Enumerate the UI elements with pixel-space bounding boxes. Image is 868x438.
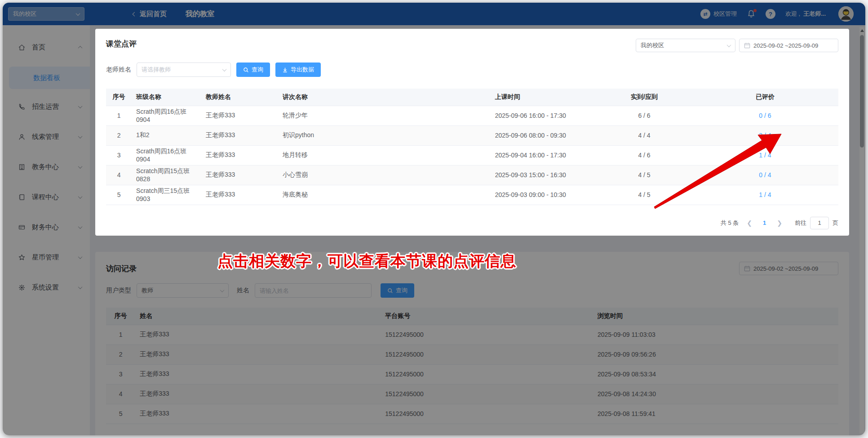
- review-date-range-value: 2025-09-02 ~2025-09-09: [753, 42, 818, 49]
- calendar-icon: [744, 42, 750, 49]
- table-cell: 4 / 5: [597, 165, 692, 185]
- table-cell: 1和2: [132, 125, 201, 145]
- table-cell: 5: [106, 185, 132, 205]
- review-table-body: 1Scrath周四16点班0904王老师333轮滑少年2025-09-06 16…: [106, 106, 838, 205]
- table-cell: 王老师333: [201, 106, 278, 125]
- review-table-row: 5Scratch周三15点班0903王老师333海底奥秘2025-09-03 0…: [106, 185, 838, 205]
- review-campus-select[interactable]: 我的校区: [636, 39, 735, 52]
- table-cell: 王老师333: [201, 165, 278, 185]
- column-header: 实到/应到: [597, 89, 692, 106]
- app-window: 我的校区 返回首页 我的教室 ⇄ 校区管理 ?: [3, 3, 865, 435]
- download-icon: [282, 67, 288, 73]
- table-cell: Scratch周三15点班0903: [132, 185, 201, 205]
- table-cell: 1 / 4: [692, 185, 838, 205]
- table-cell: 王老师333: [201, 185, 278, 205]
- evaluated-count-link[interactable]: 0 / 4: [759, 171, 771, 179]
- classroom-review-panel: 课堂点评 我的校区 2025-09-02 ~2025-09-09: [95, 29, 849, 236]
- evaluated-count-link[interactable]: 1 / 4: [759, 191, 771, 198]
- prev-page-button[interactable]: ❮: [745, 219, 754, 227]
- table-cell: Scrath周四16点班0904: [132, 106, 201, 125]
- table-cell: 2025-09-06 16:00 - 17:30: [491, 106, 597, 125]
- table-cell: 2: [106, 125, 132, 145]
- column-header: 讲次名称: [278, 89, 491, 106]
- export-data-button[interactable]: 导出数据: [275, 63, 321, 77]
- review-table-header-row: 序号班级名称教师姓名讲次名称上课时间实到/应到已评价: [106, 89, 838, 106]
- table-cell: 2025-09-03 15:00 - 16:30: [491, 165, 597, 185]
- evaluated-count-link[interactable]: 1 / 4: [759, 152, 771, 159]
- pagination: 共 5 条 ❮ 1 ❯ 前往 页: [106, 217, 838, 229]
- goto-label: 前往: [795, 219, 806, 227]
- review-table-row: 21和2王老师333初识python2025-09-06 08:00 - 09:…: [106, 125, 838, 145]
- column-header: 已评价: [692, 89, 838, 106]
- table-cell: 4: [106, 165, 132, 185]
- review-date-range-picker[interactable]: 2025-09-02 ~2025-09-09: [739, 39, 838, 52]
- table-cell: 0 / 6: [692, 106, 838, 125]
- goto-page-suffix: 页: [833, 219, 838, 227]
- table-cell: 初识python: [278, 125, 491, 145]
- teacher-filter-label: 老师姓名: [106, 66, 131, 74]
- review-table-row: 1Scrath周四16点班0904王老师333轮滑少年2025-09-06 16…: [106, 106, 838, 125]
- review-campus-select-value: 我的校区: [641, 41, 664, 49]
- table-cell: 3: [106, 145, 132, 165]
- table-cell: 4 / 5: [597, 185, 692, 205]
- chevron-down-icon: [222, 67, 227, 72]
- search-button[interactable]: 查询: [236, 63, 270, 77]
- table-cell: 1 / 4: [692, 145, 838, 165]
- column-header: 序号: [106, 89, 132, 106]
- review-table-row: 4Scratch周四15点班0828王老师333小心雪崩2025-09-03 1…: [106, 165, 838, 185]
- search-button-label: 查询: [252, 66, 263, 74]
- table-cell: 王老师333: [201, 125, 278, 145]
- next-page-button[interactable]: ❯: [775, 219, 784, 227]
- table-cell: 0 / 4: [692, 165, 838, 185]
- table-cell: 1: [106, 106, 132, 125]
- column-header: 班级名称: [132, 89, 201, 106]
- review-table-row: 3Scrath周四16点班0904王老师333地月转移2025-09-04 16…: [106, 145, 838, 165]
- table-cell: 2025-09-06 08:00 - 09:30: [491, 125, 597, 145]
- annotation-text: 点击相关数字，可以查看本节课的点评信息: [217, 251, 516, 272]
- teacher-select-placeholder: 请选择教师: [142, 66, 171, 74]
- export-button-label: 导出数据: [291, 66, 314, 74]
- table-cell: 2025-09-03 09:00 - 10:30: [491, 185, 597, 205]
- evaluated-count-link[interactable]: 3 / 4: [759, 132, 771, 139]
- table-cell: 海底奥秘: [278, 185, 491, 205]
- table-cell: 小心雪崩: [278, 165, 491, 185]
- table-cell: 3 / 4: [692, 125, 838, 145]
- table-cell: 王老师333: [201, 145, 278, 165]
- table-cell: Scrath周四16点班0904: [132, 145, 201, 165]
- table-cell: 地月转移: [278, 145, 491, 165]
- teacher-select[interactable]: 请选择教师: [137, 63, 231, 77]
- goto-page-input[interactable]: [810, 217, 829, 229]
- evaluated-count-link[interactable]: 0 / 6: [759, 112, 771, 119]
- table-cell: 2025-09-04 16:00 - 17:30: [491, 145, 597, 165]
- page-number-1[interactable]: 1: [760, 219, 769, 226]
- table-cell: 4 / 6: [597, 145, 692, 165]
- search-icon: [243, 67, 249, 73]
- table-cell: Scratch周四15点班0828: [132, 165, 201, 185]
- chevron-down-icon: [727, 43, 731, 47]
- table-cell: 4 / 4: [597, 125, 692, 145]
- table-cell: 6 / 6: [597, 106, 692, 125]
- table-cell: 轮滑少年: [278, 106, 491, 125]
- pagination-total: 共 5 条: [721, 219, 739, 227]
- review-panel-title: 课堂点评: [106, 39, 137, 49]
- review-table: 序号班级名称教师姓名讲次名称上课时间实到/应到已评价 1Scrath周四16点班…: [106, 89, 838, 205]
- column-header: 教师姓名: [201, 89, 278, 106]
- column-header: 上课时间: [491, 89, 597, 106]
